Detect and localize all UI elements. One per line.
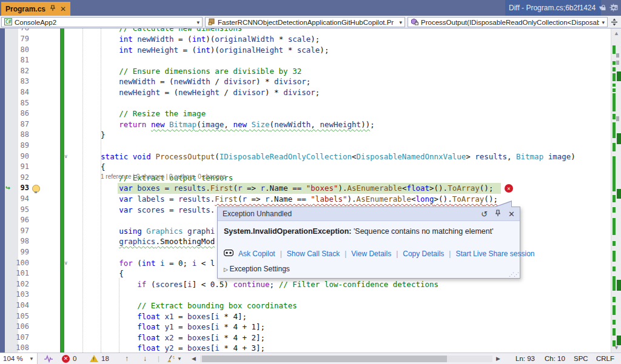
tab-program-cs[interactable]: Program.cs ✕ bbox=[1, 2, 70, 16]
line-number: 85 bbox=[10, 98, 29, 109]
close-icon[interactable]: ✕ bbox=[508, 210, 515, 218]
code-text: newWidth = (newWidth / divisor) * diviso… bbox=[82, 76, 310, 87]
fold-collapse-icon[interactable]: ∨ bbox=[64, 151, 67, 162]
line-number: 98 bbox=[10, 236, 29, 247]
lightbulb-quick-action-icon[interactable] bbox=[32, 185, 40, 193]
project-dropdown[interactable]: C# ConsoleApp2 ▾ bbox=[1, 17, 203, 27]
code-line-82[interactable]: 82// Ensure dimensions are divisible by … bbox=[0, 66, 611, 77]
scrollbar-change-mark bbox=[613, 122, 616, 138]
next-issue-button[interactable]: ↓ bbox=[143, 353, 147, 364]
type-dropdown[interactable]: FasterRCNNObjectDetectionApplicationGitH… bbox=[205, 17, 405, 27]
scrollbar-change-mark bbox=[613, 45, 616, 54]
code-line-78[interactable]: 78// Calculate new dimensions bbox=[0, 28, 611, 34]
code-line-80[interactable]: 80int newHeight = (int)(originalHeight *… bbox=[0, 45, 611, 56]
code-line-105[interactable]: 105float x1 = boxes[i * 4]; bbox=[0, 311, 611, 322]
document-health-indicator[interactable] bbox=[44, 353, 53, 364]
scrollbar-change-mark bbox=[613, 266, 616, 271]
close-tab-icon[interactable]: ✕ bbox=[60, 5, 66, 13]
code-line-93[interactable]: 93↪✕var boxes = results.First(r => r.Nam… bbox=[0, 183, 611, 194]
code-text: var boxes = results.First(r => r.Name ==… bbox=[82, 183, 493, 194]
history-icon[interactable]: ↺ bbox=[481, 210, 488, 218]
split-editor-button[interactable] bbox=[609, 17, 620, 27]
cursor-column-indicator[interactable]: Ch: 10 bbox=[545, 353, 565, 364]
code-line-87[interactable]: 87return new Bitmap(image, new Size(newW… bbox=[0, 119, 611, 130]
svg-text:C#: C# bbox=[5, 19, 12, 25]
error-icon[interactable]: ✕ bbox=[505, 184, 513, 193]
exception-popup-title: Exception Unhandled bbox=[223, 210, 474, 218]
exception-settings-expander[interactable]: ▷ Exception Settings bbox=[224, 265, 290, 273]
line-number: 102 bbox=[10, 279, 29, 290]
popup-link-show-call-stack[interactable]: Show Call Stack bbox=[287, 250, 340, 258]
horizontal-scrollbar-thumb[interactable] bbox=[202, 356, 447, 362]
scrollbar-change-mark bbox=[613, 297, 616, 302]
code-text: float y1 = boxes[i * 4 + 1]; bbox=[82, 322, 265, 333]
line-ending-indicator[interactable]: CRLF bbox=[596, 353, 614, 364]
popup-link-view-details[interactable]: View Details bbox=[351, 250, 391, 258]
scrollbar-change-mark bbox=[613, 84, 616, 87]
copilot-icon bbox=[224, 250, 233, 258]
scrollbar-change-mark bbox=[613, 305, 616, 315]
resize-grip[interactable]: ⋰⋰ bbox=[509, 271, 519, 277]
code-text: graphics.SmoothingMod bbox=[82, 236, 215, 247]
divider: | bbox=[449, 250, 451, 258]
indentation-mode-indicator[interactable]: SPC bbox=[574, 353, 588, 364]
code-editor[interactable]: 78// Calculate new dimensions79int newWi… bbox=[0, 28, 621, 352]
code-line-89[interactable]: 89 bbox=[0, 141, 611, 151]
popup-link-copy-details[interactable]: Copy Details bbox=[403, 250, 444, 258]
chevron-down-icon: ▼ bbox=[177, 356, 182, 362]
warning-count[interactable]: 18 bbox=[90, 353, 109, 364]
horizontal-scrollbar[interactable] bbox=[200, 356, 492, 362]
code-line-103[interactable]: 103 bbox=[0, 290, 611, 300]
code-line-106[interactable]: 106float y1 = boxes[i * 4 + 1]; bbox=[0, 322, 611, 333]
code-line-83[interactable]: 83newWidth = (newWidth / divisor) * divi… bbox=[0, 76, 611, 87]
code-line-86[interactable]: 86// Resize the image bbox=[0, 108, 611, 119]
code-text: float x1 = boxes[i * 4]; bbox=[82, 311, 247, 322]
member-dropdown[interactable]: ProcessOutput(IDisposableReadOnlyCollect… bbox=[408, 17, 608, 27]
pin-icon[interactable] bbox=[50, 5, 56, 13]
popup-link-start-live-share-session[interactable]: Start Live Share session bbox=[455, 250, 534, 258]
code-text: int newWidth = (int)(originalWidth * sca… bbox=[82, 34, 320, 45]
scroll-left-icon[interactable]: ◀ bbox=[192, 353, 196, 364]
code-line-94[interactable]: 94var labels = results.First(r => r.Name… bbox=[0, 194, 611, 205]
code-line-84[interactable]: 84newHeight = (newHeight / divisor) * di… bbox=[0, 87, 611, 98]
codelens-info[interactable]: 1 reference | 0 changes | 0 authors, 0 c… bbox=[101, 173, 226, 180]
code-line-88[interactable]: 88} bbox=[0, 130, 611, 141]
popup-link-ask-copilot[interactable]: Ask Copilot bbox=[238, 250, 275, 258]
window-title: Diff - Program.cs;6b2f1424 bbox=[509, 4, 596, 12]
scrollbar-change-mark bbox=[613, 320, 616, 325]
code-line-81[interactable]: 81 bbox=[0, 55, 611, 66]
code-line-91[interactable]: 91{ bbox=[0, 162, 611, 173]
code-line-90[interactable]: 90∨static void ProcessOutput(IDisposable… bbox=[0, 151, 611, 162]
window-title-segment[interactable]: Diff - Program.cs;6b2f1424 ✕ bbox=[505, 0, 601, 16]
line-number: 99 bbox=[10, 247, 29, 258]
line-number: 89 bbox=[10, 141, 29, 151]
scroll-up-icon[interactable]: ▲ bbox=[611, 30, 621, 36]
scrollbar-mark bbox=[616, 116, 619, 121]
pin-icon[interactable] bbox=[495, 210, 501, 218]
error-count[interactable]: ✕ 0 bbox=[62, 353, 76, 364]
code-line-102[interactable]: 102if (scores[i] < 0.5) continue; // Fil… bbox=[0, 279, 611, 290]
line-number: 92 bbox=[10, 173, 29, 184]
code-line-108[interactable]: 108float y2 = boxes[i * 4 + 3]; bbox=[0, 343, 611, 352]
zoom-select[interactable]: 104 % ▼ bbox=[0, 353, 38, 364]
scroll-right-icon[interactable]: ▶ bbox=[496, 353, 500, 364]
code-line-79[interactable]: 79int newWidth = (int)(originalWidth * s… bbox=[0, 34, 611, 45]
code-line-104[interactable]: 104// Extract bounding box coordinates bbox=[0, 300, 611, 311]
code-cleanup-button[interactable]: ▼ bbox=[166, 353, 182, 364]
cursor-line-indicator[interactable]: Ln: 93 bbox=[515, 353, 535, 364]
exception-popup-titlebar[interactable]: Exception Unhandled ↺ ✕ bbox=[218, 207, 520, 221]
tab-label: Program.cs bbox=[5, 5, 45, 13]
code-line-107[interactable]: 107float x2 = boxes[i * 4 + 2]; bbox=[0, 333, 611, 343]
chevron-down-icon[interactable]: ▼ bbox=[598, 5, 603, 11]
code-line-85[interactable]: 85 bbox=[0, 98, 611, 109]
previous-issue-button[interactable]: ↑ bbox=[125, 353, 129, 364]
vertical-scrollbar[interactable]: ▲ ▼ bbox=[611, 28, 621, 352]
scrollbar-diff-block bbox=[617, 336, 621, 345]
gear-icon[interactable] bbox=[609, 4, 617, 13]
chevron-down-icon: ▾ bbox=[399, 19, 402, 25]
exception-message: System.InvalidOperationException: 'Seque… bbox=[218, 221, 520, 236]
code-line-92[interactable]: 92// Extract output tensors bbox=[0, 173, 611, 184]
fold-collapse-icon[interactable]: ∨ bbox=[64, 258, 67, 269]
scrollbar-change-mark bbox=[613, 207, 616, 213]
divider: | bbox=[280, 250, 282, 258]
